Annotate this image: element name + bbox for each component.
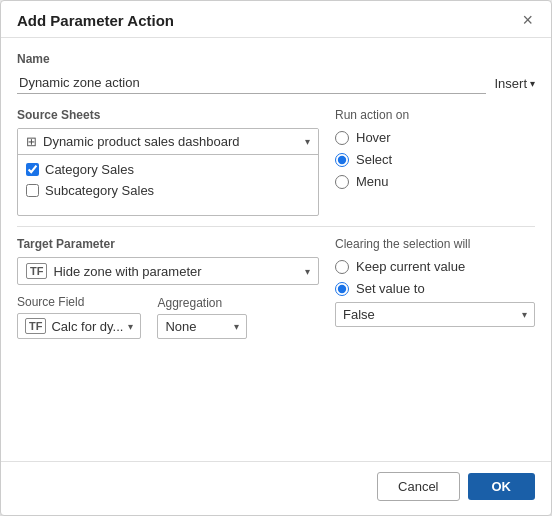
insert-label: Insert: [494, 76, 527, 91]
clearing-label: Clearing the selection will: [335, 237, 535, 251]
target-parameter-label: Target Parameter: [17, 237, 319, 251]
sheet-checkbox-subcategory[interactable]: [26, 184, 39, 197]
sheet-checkbox-category[interactable]: [26, 163, 39, 176]
source-field-group: Source Field TF Calc for dy... ▾: [17, 295, 141, 339]
clearing-set-radio[interactable]: [335, 282, 349, 296]
clearing-keep-radio[interactable]: [335, 260, 349, 274]
run-action-menu-radio[interactable]: [335, 175, 349, 189]
add-parameter-action-dialog: Add Parameter Action × Name Insert ▾ Sou…: [0, 0, 552, 516]
source-field-value: Calc for dy...: [51, 319, 123, 334]
source-sheets-label: Source Sheets: [17, 108, 319, 122]
sheet-label-subcategory: Subcategory Sales: [45, 183, 154, 198]
source-field-tf-icon: TF: [25, 318, 46, 334]
clearing-set-value[interactable]: Set value to: [335, 281, 535, 296]
source-agg-row: Source Field TF Calc for dy... ▾ Aggrega…: [17, 295, 319, 339]
dialog-title: Add Parameter Action: [17, 12, 174, 29]
insert-button[interactable]: Insert ▾: [494, 76, 535, 91]
clearing-radio-group: Keep current value Set value to: [335, 259, 535, 296]
name-section: Name Insert ▾: [17, 52, 535, 94]
source-field-label: Source Field: [17, 295, 141, 309]
clear-value-dropdown[interactable]: False ▾: [335, 302, 535, 327]
target-parameter-value: Hide zone with parameter: [53, 264, 299, 279]
run-action-hover-label: Hover: [356, 130, 391, 145]
source-run-row: Source Sheets ⊞ Dynamic product sales da…: [17, 108, 535, 216]
dialog-footer: Cancel OK: [1, 461, 551, 515]
aggregation-dropdown[interactable]: None ▾: [157, 314, 247, 339]
source-sheets-section: Source Sheets ⊞ Dynamic product sales da…: [17, 108, 319, 216]
source-sheets-dropdown[interactable]: ⊞ Dynamic product sales dashboard ▾: [18, 129, 318, 155]
source-sheets-caret-icon: ▾: [305, 136, 310, 147]
source-field-caret-icon: ▾: [128, 321, 133, 332]
name-input[interactable]: [17, 72, 486, 94]
sheet-item-subcategory[interactable]: Subcategory Sales: [26, 180, 310, 201]
source-sheets-value: Dynamic product sales dashboard: [43, 134, 299, 149]
clearing-keep-current[interactable]: Keep current value: [335, 259, 535, 274]
sheet-list: Category Sales Subcategory Sales: [18, 155, 318, 215]
target-parameter-section: Target Parameter TF Hide zone with param…: [17, 237, 319, 285]
target-parameter-caret-icon: ▾: [305, 266, 310, 277]
target-tf-icon: TF: [26, 263, 47, 279]
dialog-header: Add Parameter Action ×: [1, 1, 551, 38]
name-row: Insert ▾: [17, 72, 535, 94]
source-sheets-box: ⊞ Dynamic product sales dashboard ▾ Cate…: [17, 128, 319, 216]
cancel-button[interactable]: Cancel: [377, 472, 459, 501]
sheet-item-category[interactable]: Category Sales: [26, 159, 310, 180]
source-field-dropdown[interactable]: TF Calc for dy... ▾: [17, 313, 141, 339]
run-action-radio-group: Hover Select Menu: [335, 130, 535, 189]
run-action-menu[interactable]: Menu: [335, 174, 535, 189]
clearing-section: Clearing the selection will Keep current…: [335, 237, 535, 339]
run-action-menu-label: Menu: [356, 174, 389, 189]
run-action-hover-radio[interactable]: [335, 131, 349, 145]
run-action-label: Run action on: [335, 108, 535, 122]
clear-value-value: False: [343, 307, 517, 322]
aggregation-caret-icon: ▾: [234, 321, 239, 332]
aggregation-group: Aggregation None ▾: [157, 296, 247, 339]
target-parameter-dropdown[interactable]: TF Hide zone with parameter ▾: [17, 257, 319, 285]
target-source-section: Target Parameter TF Hide zone with param…: [17, 237, 319, 339]
run-action-select[interactable]: Select: [335, 152, 535, 167]
bottom-row: Target Parameter TF Hide zone with param…: [17, 237, 535, 339]
ok-button[interactable]: OK: [468, 473, 536, 500]
close-button[interactable]: ×: [520, 11, 535, 29]
clearing-keep-label: Keep current value: [356, 259, 465, 274]
clear-value-caret-icon: ▾: [522, 309, 527, 320]
clearing-set-label: Set value to: [356, 281, 425, 296]
run-action-hover[interactable]: Hover: [335, 130, 535, 145]
sheet-label-category: Category Sales: [45, 162, 134, 177]
aggregation-value: None: [165, 319, 229, 334]
name-label: Name: [17, 52, 535, 66]
run-action-select-label: Select: [356, 152, 392, 167]
insert-arrow-icon: ▾: [530, 78, 535, 89]
grid-icon: ⊞: [26, 134, 37, 149]
dialog-body: Name Insert ▾ Source Sheets ⊞ Dynamic pr…: [1, 38, 551, 461]
divider-1: [17, 226, 535, 227]
run-action-select-radio[interactable]: [335, 153, 349, 167]
run-action-section: Run action on Hover Select Menu: [335, 108, 535, 216]
aggregation-label: Aggregation: [157, 296, 247, 310]
